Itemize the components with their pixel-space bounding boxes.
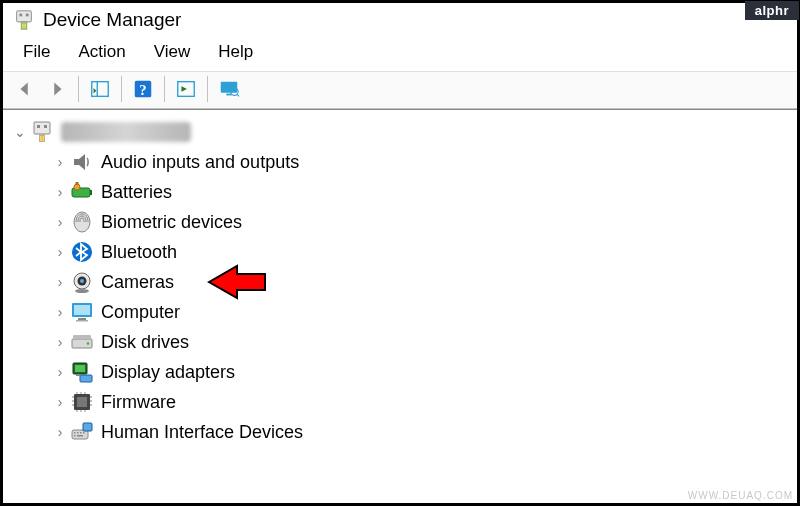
- svg-marker-12: [181, 86, 187, 92]
- tree-item-label[interactable]: Human Interface Devices: [101, 422, 303, 443]
- svg-marker-33: [209, 266, 265, 298]
- svg-point-31: [80, 279, 84, 283]
- battery-icon: [69, 179, 95, 205]
- svg-rect-62: [80, 432, 82, 434]
- tree-item-label[interactable]: Biometric devices: [101, 212, 242, 233]
- separator: [207, 76, 208, 102]
- svg-point-32: [75, 289, 89, 293]
- computer-icon: [69, 299, 95, 325]
- svg-rect-44: [76, 374, 80, 376]
- back-button[interactable]: [11, 76, 39, 102]
- firmware-icon: [69, 389, 95, 415]
- svg-rect-5: [24, 24, 25, 29]
- expand-icon[interactable]: ›: [51, 424, 69, 440]
- tree-item-hid[interactable]: ›Human Interface Devices: [7, 417, 793, 447]
- svg-rect-36: [78, 318, 86, 320]
- window-title: Device Manager: [43, 9, 181, 31]
- scan-hardware-button[interactable]: [172, 76, 200, 102]
- computer-name-redacted[interactable]: [61, 122, 191, 142]
- tree-item-label[interactable]: Computer: [101, 302, 180, 323]
- tree-item-biometric[interactable]: ›Biometric devices: [7, 207, 793, 237]
- window-frame: alphr Device Manager File Action View He…: [0, 0, 800, 506]
- bluetooth-icon: [69, 239, 95, 265]
- menu-file[interactable]: File: [9, 39, 64, 65]
- svg-rect-17: [34, 122, 50, 134]
- monitor-button[interactable]: [215, 76, 243, 102]
- tree-item-firmware[interactable]: ›Firmware: [7, 387, 793, 417]
- svg-rect-19: [44, 125, 47, 128]
- audio-icon: [69, 149, 95, 175]
- device-tree: ⌄›Audio inputs and outputs›Batteries›Bio…: [3, 109, 797, 455]
- svg-rect-18: [37, 125, 40, 128]
- svg-rect-35: [74, 305, 90, 315]
- svg-rect-21: [40, 136, 42, 141]
- biometric-icon: [69, 209, 95, 235]
- tree-item-label[interactable]: Firmware: [101, 392, 176, 413]
- tree-item-computer[interactable]: ›Computer: [7, 297, 793, 327]
- expand-icon[interactable]: ›: [51, 334, 69, 350]
- tree-item-camera[interactable]: ›Cameras: [7, 267, 793, 297]
- menu-bar: File Action View Help: [3, 35, 797, 71]
- svg-rect-13: [221, 82, 238, 93]
- tree-item-audio[interactable]: ›Audio inputs and outputs: [7, 147, 793, 177]
- hid-icon: [69, 419, 95, 445]
- expand-icon[interactable]: ›: [51, 394, 69, 410]
- expand-collapse-icon[interactable]: ⌄: [11, 124, 29, 140]
- svg-rect-26: [76, 182, 79, 185]
- tree-item-battery[interactable]: ›Batteries: [7, 177, 793, 207]
- computer-root-icon: [29, 119, 55, 145]
- svg-marker-8: [94, 88, 97, 94]
- watermark: WWW.DEUAQ.COM: [688, 490, 793, 501]
- expand-icon[interactable]: ›: [51, 274, 69, 290]
- toolbar: ?: [3, 71, 797, 109]
- separator: [78, 76, 79, 102]
- svg-rect-20: [39, 134, 45, 142]
- tree-item-label[interactable]: Bluetooth: [101, 242, 177, 263]
- svg-rect-24: [90, 190, 92, 195]
- tree-item-display[interactable]: ›Display adapters: [7, 357, 793, 387]
- expand-icon[interactable]: ›: [51, 304, 69, 320]
- svg-rect-60: [74, 432, 76, 434]
- expand-icon[interactable]: ›: [51, 184, 69, 200]
- svg-rect-1: [19, 14, 22, 17]
- camera-icon: [69, 269, 95, 295]
- svg-rect-42: [75, 365, 85, 372]
- tree-item-bluetooth[interactable]: ›Bluetooth: [7, 237, 793, 267]
- tree-item-label[interactable]: Disk drives: [101, 332, 189, 353]
- display-icon: [69, 359, 95, 385]
- expand-icon[interactable]: ›: [51, 244, 69, 260]
- svg-rect-22: [43, 136, 45, 141]
- separator: [121, 76, 122, 102]
- svg-point-39: [87, 342, 90, 345]
- svg-rect-4: [22, 24, 23, 29]
- tree-item-label[interactable]: Batteries: [101, 182, 172, 203]
- show-hide-console-tree-button[interactable]: [86, 76, 114, 102]
- tree-item-label[interactable]: Cameras: [101, 272, 174, 293]
- menu-action[interactable]: Action: [64, 39, 139, 65]
- title-bar: Device Manager: [3, 3, 797, 35]
- brand-badge: alphr: [745, 1, 799, 20]
- svg-rect-40: [73, 335, 91, 339]
- menu-view[interactable]: View: [140, 39, 205, 65]
- tree-item-label[interactable]: Display adapters: [101, 362, 235, 383]
- svg-rect-65: [77, 435, 83, 437]
- separator: [164, 76, 165, 102]
- svg-rect-0: [17, 11, 32, 22]
- device-manager-icon: [13, 9, 35, 31]
- svg-line-16: [237, 94, 239, 96]
- svg-rect-2: [26, 14, 29, 17]
- help-button[interactable]: ?: [129, 76, 157, 102]
- forward-button[interactable]: [43, 76, 71, 102]
- svg-rect-61: [77, 432, 79, 434]
- expand-icon[interactable]: ›: [51, 214, 69, 230]
- expand-icon[interactable]: ›: [51, 364, 69, 380]
- tree-item-label[interactable]: Audio inputs and outputs: [101, 152, 299, 173]
- expand-icon[interactable]: ›: [51, 154, 69, 170]
- tree-item-disk[interactable]: ›Disk drives: [7, 327, 793, 357]
- svg-rect-64: [74, 435, 76, 437]
- svg-rect-63: [83, 432, 85, 434]
- menu-help[interactable]: Help: [204, 39, 267, 65]
- svg-text:?: ?: [139, 82, 146, 98]
- disk-icon: [69, 329, 95, 355]
- svg-rect-66: [83, 423, 92, 431]
